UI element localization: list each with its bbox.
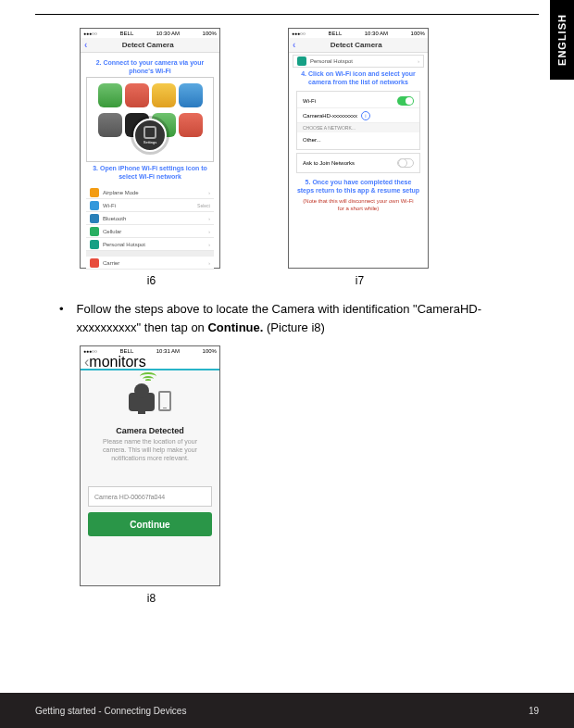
wifi-network-row[interactable]: CameraHD-xxxxxxxxx i	[297, 108, 419, 123]
info-icon[interactable]: i	[361, 111, 370, 120]
instruction-text-bold: Continue.	[207, 320, 263, 334]
nav-bar: ‹ Detect Camera	[81, 38, 219, 53]
settings-row-airplane[interactable]: Airplane Mode›	[86, 186, 214, 199]
phone-row-bottom: BELL 10:31 AM 100% ‹ monitors	[35, 345, 539, 605]
battery-label: 100%	[203, 31, 217, 36]
top-rule	[35, 14, 539, 15]
continue-button[interactable]: Continue	[88, 512, 212, 536]
homescreen-preview: Settings	[86, 77, 214, 162]
settings-list: Airplane Mode› Wi-FiSelect Bluetooth› Ce…	[86, 186, 214, 270]
caption-i8: i8	[80, 592, 223, 605]
step-2-text: 2. Connect to your camera via your phone…	[86, 56, 214, 77]
language-tab: ENGLISH	[550, 0, 574, 80]
phone-i8-col: BELL 10:31 AM 100% ‹ monitors	[80, 345, 223, 605]
wifi-toggle-row[interactable]: Wi-Fi	[297, 94, 419, 108]
page-number: 19	[529, 706, 539, 716]
wifi-panel: Wi-Fi CameraHD-xxxxxxxxx i CHOOSE A NETW…	[296, 91, 420, 150]
nav-back-label[interactable]: monitors	[89, 354, 145, 370]
settings-row-hotspot[interactable]: Personal Hotspot›	[86, 238, 214, 251]
instruction-text-post: (Picture i8)	[267, 320, 325, 334]
page-footer: Getting started - Connecting Devices 19	[0, 693, 574, 728]
caption-i7: i7	[288, 274, 431, 287]
nav-bar: ‹ Detect Camera	[289, 38, 428, 53]
phone-row-top: BELL 10:30 AM 100% ‹ Detect Camera 2. Co…	[35, 28, 539, 287]
settings-row-cellular[interactable]: Cellular›	[86, 225, 214, 238]
nav-title: Detect Camera	[288, 41, 424, 49]
ask-join-row[interactable]: Ask to Join Networks	[297, 156, 419, 170]
settings-row-hotspot[interactable]: Personal Hotspot›	[293, 55, 424, 68]
phone-i7-col: BELL 10:30 AM 100% ‹ Detect Camera Perso…	[288, 28, 431, 287]
other-network-row[interactable]: Other...	[297, 132, 419, 147]
camera-detected-icon	[129, 391, 171, 411]
step-3-text: 3. Open iPhone Wi-Fi settings icon to se…	[86, 162, 214, 182]
status-bar: BELL 10:30 AM 100%	[81, 29, 219, 38]
nav-title: Detect Camera	[80, 41, 216, 49]
carrier-label: BELL	[120, 31, 134, 36]
phone-i8: BELL 10:31 AM 100% ‹ monitors	[80, 345, 220, 586]
settings-app-icon[interactable]: Settings	[133, 119, 167, 152]
phone-i6-col: BELL 10:30 AM 100% ‹ Detect Camera 2. Co…	[80, 28, 223, 287]
instruction-paragraph: • Follow the steps above to locate the C…	[35, 300, 539, 336]
wifi-toggle-icon[interactable]	[397, 96, 414, 106]
phone-i7: BELL 10:30 AM 100% ‹ Detect Camera Perso…	[288, 28, 429, 269]
settings-row-carrier[interactable]: Carrier›	[86, 257, 214, 270]
time-label: 10:30 AM	[156, 31, 180, 36]
camera-detected-heading: Camera Detected	[88, 426, 212, 435]
footer-breadcrumb: Getting started - Connecting Devices	[35, 706, 186, 716]
status-bar: BELL 10:30 AM 100%	[289, 29, 428, 38]
nav-bar: ‹ monitors	[81, 356, 219, 370]
ask-join-toggle-icon[interactable]	[397, 158, 414, 168]
step-5-text: 5. Once you have completed these steps r…	[293, 176, 424, 196]
disconnect-note: (Note that this will disconnect your own…	[293, 196, 424, 215]
caption-i6: i6	[80, 274, 223, 287]
step-4-text: 4. Click on Wi-Fi icon and select your c…	[293, 68, 424, 88]
language-tab-label: ENGLISH	[556, 14, 568, 66]
settings-row-bluetooth[interactable]: Bluetooth›	[86, 212, 214, 225]
phone-i6: BELL 10:30 AM 100% ‹ Detect Camera 2. Co…	[80, 28, 220, 269]
settings-row-wifi[interactable]: Wi-FiSelect	[86, 199, 214, 212]
camera-detected-subtext: Please name the location of your camera.…	[88, 435, 212, 464]
bullet-icon: •	[59, 300, 64, 336]
camera-name-input[interactable]: Camera HD-00667fa044	[88, 486, 212, 507]
choose-network-label: CHOOSE A NETWORK...	[297, 123, 419, 132]
